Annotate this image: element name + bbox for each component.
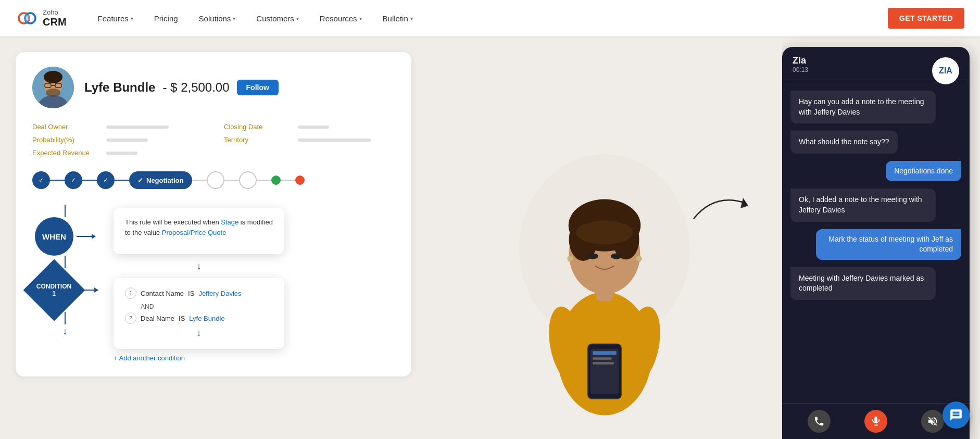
zia-footer [782,403,970,439]
stage-6 [239,171,257,189]
expected-revenue-field: Expected Revenue [32,149,203,157]
cond2-value: Lyfe Bundle [189,315,224,322]
rule-text: This rule will be executed when Stage is… [125,217,273,237]
stage-1: ✓ [32,171,50,189]
cond2-field: Deal Name [141,315,174,322]
nav-customers[interactable]: Customers ▾ [256,14,299,23]
flow-area: WHEN CONDITION1 ↓ [32,205,395,362]
stage-negotiation: ✓ Negotiation [129,171,192,189]
when-node: WHEN [35,217,73,256]
flow-popup-area: This rule will be executed when Stage is… [114,208,284,362]
condition-arrow [79,290,98,291]
zia-msg-4: Ok, I added a note to the meeting with J… [790,189,936,221]
mic-button[interactable] [864,410,887,433]
woman-illustration [506,116,703,439]
zia-messages: Hay can you add a note to the meeting wi… [782,80,970,403]
svg-rect-31 [593,357,611,360]
zia-msg-1: Hay can you add a note to the meeting wi… [790,91,936,123]
probability-bar [106,139,148,142]
mute-button[interactable] [921,410,944,433]
follow-button[interactable]: Follow [237,80,279,95]
zia-panel: Zia 00:13 ZIA Hay can you add a note to … [782,47,970,439]
flow-nodes: WHEN CONDITION1 ↓ [32,205,98,338]
cond2-is: IS [179,315,185,322]
nav-solutions[interactable]: Solutions ▾ [199,14,236,23]
mute-icon [927,416,938,427]
stage-2: ✓ [65,171,82,189]
svg-point-23 [576,221,633,245]
navbar: Zoho CRM Features ▾ Pricing Solutions ▾ … [0,0,980,36]
condition-node: CONDITION1 [23,259,85,321]
popup-down-arrow-2: ↓ [125,328,273,337]
probability-field: Probability(%) [32,136,203,144]
mic-icon [870,416,882,427]
condition-1-row: 1 Contact Name IS Jeffery Davies [125,287,273,299]
nav-pricing[interactable]: Pricing [154,14,178,23]
logo[interactable]: Zoho CRM [16,7,67,30]
condition-2-row: 2 Deal Name IS Lyfe Bundle [125,312,273,324]
value-link[interactable]: Proposal/Price Quote [162,229,227,236]
when-arrow [77,236,95,237]
connector-top [65,205,66,217]
logo-zoho: Zoho [43,9,67,16]
zia-header: Zia 00:13 ZIA [782,47,970,80]
zia-msg-3: Negotiations done [886,161,961,182]
arrow-overlay [683,182,751,229]
nav-features[interactable]: Features ▾ [98,14,133,23]
nav-links: Features ▾ Pricing Solutions ▾ Customers… [98,14,888,23]
territory-label: Territory [224,136,292,144]
popup-down-arrow: ↓ [114,261,284,271]
deal-owner-bar [106,126,169,129]
deal-fields: Deal Owner Closing Date Probability(%) T… [32,123,395,157]
cond-and: AND [141,303,273,310]
woman-area [427,36,782,439]
stage-line-3 [115,180,129,181]
closing-date-bar [298,126,329,129]
svg-point-9 [44,71,62,83]
svg-rect-29 [590,349,619,394]
deal-owner-label: Deal Owner [32,123,100,131]
svg-point-27 [636,256,642,261]
stage-dot-green [271,175,281,185]
phone-icon [813,416,825,427]
stage-3: ✓ [97,171,115,189]
down-arrow-icon: ↓ [63,327,68,336]
deal-title-group: Lyfe Bundle - $ 2,500.00 Follow [84,80,279,95]
cond1-field: Contact Name [141,290,184,297]
deal-name: Lyfe Bundle [84,80,155,95]
bulletin-chevron-icon: ▾ [410,16,413,21]
probability-label: Probability(%) [32,136,100,144]
features-chevron-icon: ▾ [131,16,133,21]
nav-resources[interactable]: Resources ▾ [320,14,362,23]
zia-msg-6: Meeting with Jeffery Davies marked as co… [790,267,936,300]
conditions-popup: 1 Contact Name IS Jeffery Davies AND 2 D… [114,278,284,349]
main-area: Lyfe Bundle - $ 2,500.00 Follow Deal Own… [0,36,980,439]
get-started-button[interactable]: GET STARTED [888,8,964,29]
nav-bulletin[interactable]: Bulletin ▾ [383,14,413,23]
deal-header: Lyfe Bundle - $ 2,500.00 Follow [32,67,395,108]
deal-title-area: Lyfe Bundle - $ 2,500.00 Follow [84,80,279,95]
zia-msg-2: What should the note say?? [790,131,898,154]
avatar-image [32,67,74,108]
connector-mid [65,256,66,268]
svg-rect-30 [593,351,617,355]
add-condition-link[interactable]: + Add another condition [114,354,284,362]
closing-date-label: Closing Date [224,123,292,131]
stage-link[interactable]: Stage [221,218,238,226]
logo-text: Zoho CRM [43,9,67,28]
chat-bubble-icon [949,408,963,422]
phone-button[interactable] [808,410,831,433]
resources-chevron-icon: ▾ [359,16,362,21]
stage-line-5 [224,180,239,181]
chat-bubble-button[interactable] [943,402,970,429]
stage-dot-red [295,175,305,185]
stage-5 [207,171,224,189]
stage-line-2 [82,180,97,181]
stage-line-4 [192,180,207,181]
deal-card: Lyfe Bundle - $ 2,500.00 Follow Deal Own… [16,52,411,377]
svg-marker-33 [740,198,748,208]
svg-point-3 [24,15,30,22]
cond1-value: Jeffery Davies [198,290,241,297]
condition-node-wrap: CONDITION1 [32,268,76,312]
territory-field: Territory [224,136,395,144]
